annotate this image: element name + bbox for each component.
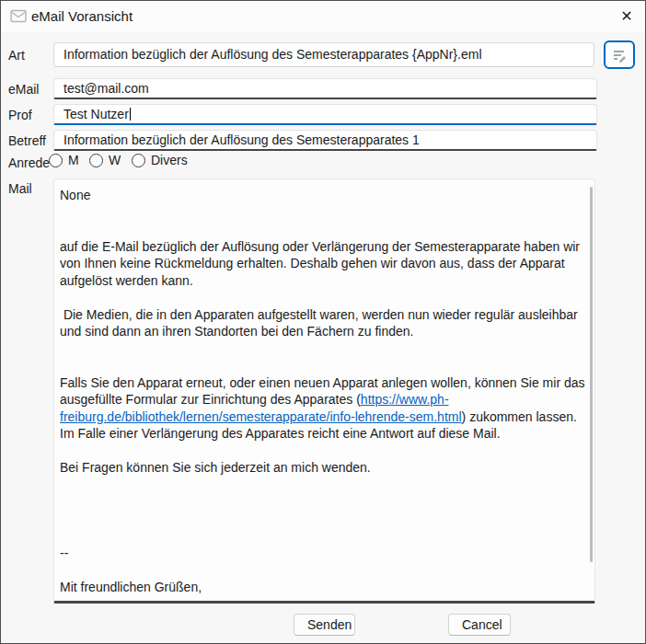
art-template-value: Information bezüglich der Auflösung des … bbox=[63, 47, 482, 62]
window-title: eMail Voransicht bbox=[31, 8, 133, 24]
prof-label: Prof bbox=[8, 108, 32, 122]
anrede-radio-m[interactable]: M bbox=[49, 153, 79, 167]
prof-input[interactable]: Test Nutzer bbox=[53, 104, 597, 125]
mail-label: Mail bbox=[8, 181, 32, 196]
mail-body: None auf die E-Mail bezüglich der Auflös… bbox=[60, 187, 585, 604]
cancel-button[interactable]: Cancel bbox=[448, 614, 511, 636]
email-input[interactable]: test@mail.com bbox=[53, 78, 597, 99]
text-cursor bbox=[130, 108, 131, 121]
anrede-radio-divers[interactable]: Divers bbox=[132, 153, 188, 167]
anrede-label: Anrede bbox=[8, 155, 50, 170]
radio-circle-icon[interactable] bbox=[132, 154, 145, 167]
anrede-radio-w[interactable]: W bbox=[89, 153, 121, 167]
close-icon[interactable]: ✕ bbox=[614, 5, 640, 29]
email-label: eMail bbox=[8, 82, 39, 97]
anrede-option-label: M bbox=[68, 153, 79, 167]
mail-link[interactable]: https://www.ph-freiburg.de/bibliothek/le… bbox=[60, 392, 462, 424]
anrede-option-label: Divers bbox=[151, 153, 188, 167]
email-value: test@mail.com bbox=[63, 81, 149, 96]
art-template-combobox[interactable]: Information bezüglich der Auflösung des … bbox=[53, 42, 594, 67]
art-label: Art bbox=[8, 48, 25, 63]
betreff-input[interactable]: Information bezüglich der Auflösung des … bbox=[53, 130, 597, 151]
send-button[interactable]: Senden bbox=[294, 614, 355, 636]
betreff-label: Betreff bbox=[8, 133, 46, 148]
mail-scrollbar-thumb[interactable] bbox=[590, 187, 593, 562]
edit-text-icon bbox=[611, 47, 628, 63]
mail-body-textarea[interactable]: None auf die E-Mail bezüglich der Auflös… bbox=[53, 178, 595, 604]
prof-value: Test Nutzer bbox=[63, 107, 129, 121]
anrede-option-label: W bbox=[109, 153, 121, 167]
email-preview-dialog: eMail Voransicht ✕ Art Information bezüg… bbox=[0, 0, 646, 644]
radio-circle-icon[interactable] bbox=[49, 154, 63, 167]
betreff-value: Information bezüglich der Auflösung des … bbox=[63, 132, 420, 147]
radio-circle-icon[interactable] bbox=[89, 154, 103, 167]
edit-template-button[interactable] bbox=[604, 40, 635, 69]
email-icon bbox=[10, 9, 27, 23]
titlebar[interactable]: eMail Voransicht ✕ bbox=[1, 1, 645, 32]
